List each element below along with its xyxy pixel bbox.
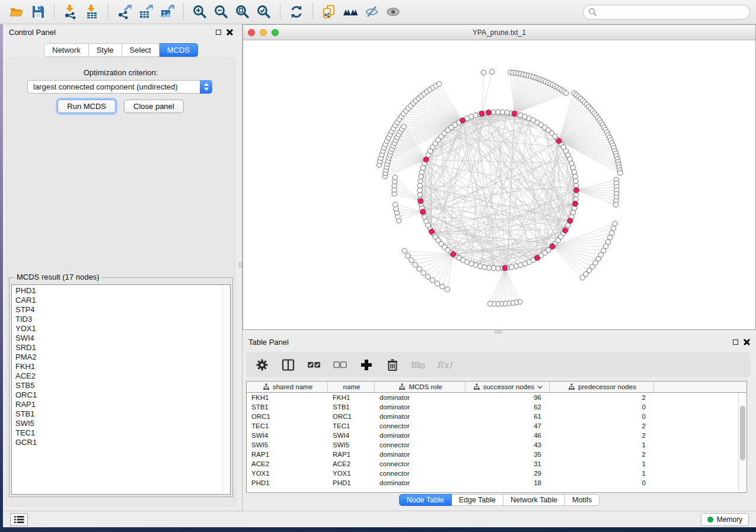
mcds-result-item[interactable]: STB1	[12, 409, 222, 419]
table-tab-edge-table[interactable]: Edge Table	[452, 494, 503, 506]
memory-button[interactable]: Memory	[701, 513, 749, 526]
column-header-shared-name[interactable]: shared name	[247, 382, 328, 392]
network-canvas[interactable]	[243, 40, 755, 329]
table-row-swi5[interactable]: SWI5SWI5connector431	[247, 440, 747, 450]
mcds-result-item[interactable]: PHD1	[12, 286, 222, 296]
mcds-result-item[interactable]: ACE2	[12, 371, 222, 381]
zoom-fit-button[interactable]	[232, 2, 253, 21]
task-history-button[interactable]	[10, 513, 28, 526]
table-tab-network-table[interactable]: Network Table	[503, 494, 565, 506]
export-image-button[interactable]	[157, 2, 178, 21]
table-row-rap1[interactable]: RAP1RAP1dominator352	[247, 450, 747, 459]
add-row-button[interactable]	[358, 356, 375, 374]
table-tabs: Node TableEdge TableNetwork TableMotifs	[243, 494, 756, 506]
attribute-type-icon	[263, 383, 270, 390]
column-header-successor-nodes[interactable]: successor nodes	[465, 382, 550, 392]
zoom-out-button[interactable]	[210, 2, 232, 21]
deselect-all-button[interactable]	[331, 356, 349, 374]
import-network-button[interactable]	[60, 2, 81, 21]
table-scrollbar[interactable]	[738, 393, 747, 492]
control-panel-title: Control Panel	[9, 28, 56, 37]
cell-shared-name: YOX1	[247, 469, 328, 478]
mcds-result-item[interactable]: STP4	[12, 305, 222, 315]
mcds-result-item[interactable]: GCR1	[12, 438, 222, 447]
cell-name: SWI4	[328, 431, 375, 440]
cell-shared-name: SWI5	[247, 440, 328, 450]
delete-row-button[interactable]	[384, 356, 401, 374]
search-input[interactable]	[583, 5, 750, 20]
panel-divider-horizontal[interactable]	[243, 330, 756, 334]
function-builder-button[interactable]: f(x)	[436, 356, 454, 374]
table-row-phd1[interactable]: PHD1PHD1dominator180	[247, 478, 747, 488]
mcds-result-item[interactable]: TEC1	[12, 428, 222, 438]
first-neighbors-button[interactable]	[340, 2, 361, 21]
tab-select[interactable]: Select	[122, 43, 160, 57]
close-panel-icon[interactable]	[744, 339, 750, 345]
cell-mcds-role: connector	[375, 469, 465, 478]
delete-table-button[interactable]	[410, 356, 428, 374]
mcds-result-item[interactable]: YOX1	[12, 324, 222, 334]
refresh-view-button[interactable]	[286, 2, 307, 21]
sort-chevron-icon	[537, 385, 543, 389]
mcds-result-item[interactable]: PMA2	[12, 352, 222, 362]
tab-mcds[interactable]: MCDS	[160, 43, 198, 57]
tab-network[interactable]: Network	[44, 43, 89, 57]
memory-status-icon	[707, 517, 713, 523]
export-network-button[interactable]	[114, 2, 135, 21]
table-row-orc1[interactable]: ORC1ORC1dominator610	[247, 412, 747, 421]
column-label: shared name	[273, 383, 312, 390]
column-header-predecessor-nodes[interactable]: predecessor nodes	[550, 382, 654, 392]
float-panel-icon[interactable]	[733, 339, 738, 345]
mcds-result-item[interactable]: SWI5	[12, 419, 222, 428]
mcds-result-item[interactable]: STB5	[12, 381, 222, 390]
export-table-button[interactable]	[135, 2, 157, 21]
table-row-ace2[interactable]: ACE2ACE2connector311	[247, 459, 747, 469]
table-panel: Table Panel	[243, 334, 756, 511]
import-table-button[interactable]	[81, 2, 103, 21]
clone-network-button[interactable]	[318, 2, 340, 21]
show-all-button[interactable]	[382, 2, 404, 21]
mcds-list-scrollbar[interactable]	[222, 285, 230, 494]
column-settings-button[interactable]	[253, 356, 271, 374]
zoom-in-button[interactable]	[189, 2, 210, 21]
save-session-button[interactable]	[27, 2, 49, 21]
table-row-tec1[interactable]: TEC1TEC1connector472	[247, 421, 747, 431]
table-row-stb1[interactable]: STB1STB1dominator620	[247, 402, 747, 412]
mcds-result-item[interactable]: SRD1	[12, 343, 222, 352]
zoom-selected-button[interactable]	[253, 2, 275, 21]
table-row-fkh1[interactable]: FKH1FKH1dominator962	[247, 393, 747, 402]
sash-grip[interactable]	[495, 331, 502, 334]
table-tab-motifs[interactable]: Motifs	[565, 494, 599, 506]
toolbar-separator	[108, 4, 109, 20]
column-label: successor nodes	[483, 383, 534, 390]
table-mode-button[interactable]	[279, 356, 297, 374]
mcds-result-item[interactable]: ORC1	[12, 390, 222, 400]
table-row-yox1[interactable]: YOX1YOX1connector291	[247, 469, 747, 478]
open-session-button[interactable]	[6, 2, 27, 21]
select-all-button[interactable]	[305, 356, 323, 374]
mcds-result-item[interactable]: RAP1	[12, 400, 222, 409]
unchecked-boxes-icon	[333, 358, 347, 371]
control-panel-titlebar: Control Panel	[3, 24, 239, 40]
column-header-mcds-role[interactable]: MCDS role	[375, 382, 465, 392]
close-panel-icon[interactable]	[227, 29, 233, 36]
float-panel-icon[interactable]	[216, 30, 221, 35]
table-scrollbar-thumb[interactable]	[740, 406, 745, 460]
mcds-result-item[interactable]: SWI4	[12, 334, 222, 343]
criterion-dropdown[interactable]: largest connected component (undirected)	[27, 80, 212, 94]
attribute-type-icon	[568, 383, 575, 390]
mcds-result-item[interactable]: CAR1	[12, 296, 222, 305]
mcds-result-list[interactable]: PHD1CAR1STP4TID3YOX1SWI4SRD1PMA2FKH1ACE2…	[11, 284, 231, 495]
table-tab-node-table[interactable]: Node Table	[399, 494, 452, 506]
cell-successor-nodes: 61	[465, 412, 550, 421]
table-row-swi4[interactable]: SWI4SWI4dominator462	[247, 431, 747, 440]
mcds-result-item[interactable]: TID3	[12, 315, 222, 324]
run-mcds-button[interactable]: Run MCDS	[58, 100, 116, 113]
checked-boxes-icon	[307, 358, 321, 371]
close-panel-button[interactable]: Close panel	[124, 100, 184, 113]
hide-selected-button[interactable]	[361, 2, 382, 21]
column-header-name[interactable]: name	[328, 382, 375, 392]
network-window-titlebar[interactable]: YPA_prune.txt_1	[243, 25, 755, 40]
mcds-result-item[interactable]: FKH1	[12, 362, 222, 371]
tab-style[interactable]: Style	[89, 43, 122, 57]
